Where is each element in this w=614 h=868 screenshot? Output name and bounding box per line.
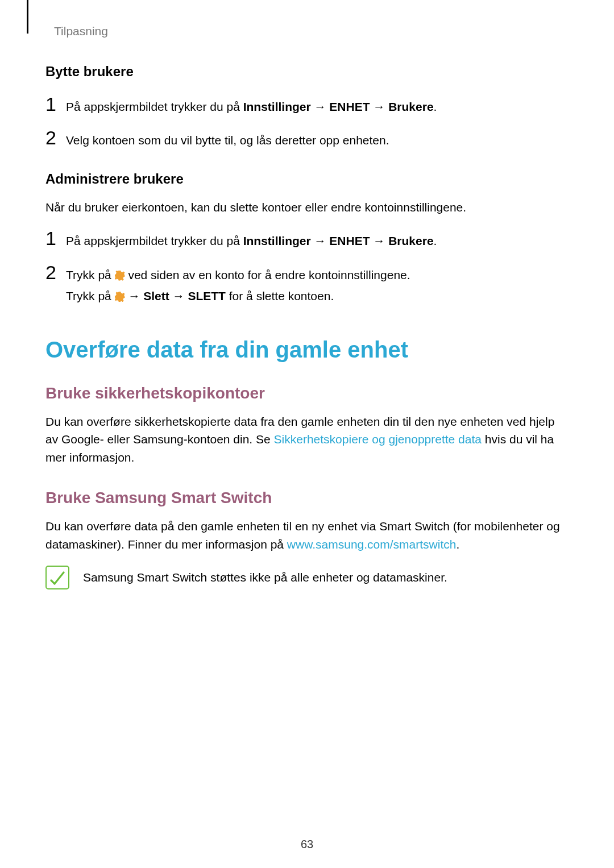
text: Trykk på — [66, 268, 115, 281]
step-1-1: 1 På appskjermbildet trykker du på Innst… — [45, 94, 569, 115]
page-content: Tilpasning Bytte brukere 1 På appskjermb… — [0, 0, 614, 589]
step-number: 1 — [45, 94, 59, 114]
bold-text: Innstillinger — [243, 100, 311, 113]
bold-text: ENHET — [329, 234, 370, 247]
step-number: 2 — [45, 128, 59, 147]
bold-text: ENHET — [329, 100, 370, 113]
step-text: Trykk på ved siden av en konto for å end… — [66, 267, 410, 305]
page-number: 63 — [0, 838, 614, 851]
admin-intro: Når du bruker eierkontoen, kan du slette… — [45, 198, 569, 217]
arrow: → — [311, 100, 330, 113]
step-number: 1 — [45, 229, 59, 248]
arrow: → — [370, 234, 389, 247]
text: Trykk på — [66, 289, 115, 302]
text: ved siden av en konto for å endre kontoi… — [125, 268, 410, 281]
gear-icon — [115, 292, 125, 302]
bold-text: SLETT — [188, 289, 226, 302]
step-2-2: 2 Trykk på ved siden av en konto for å e… — [45, 263, 569, 305]
arrow: → — [169, 289, 188, 302]
arrow: → — [125, 289, 144, 302]
bold-text: Brukere — [388, 100, 433, 113]
heading-bytte-brukere: Bytte brukere — [45, 64, 569, 80]
step-2-1: 1 På appskjermbildet trykker du på Innst… — [45, 229, 569, 250]
text: . — [456, 538, 459, 551]
sect-b-paragraph: Du kan overføre data på den gamle enhete… — [45, 517, 569, 553]
note-row: Samsung Smart Switch støttes ikke på all… — [45, 566, 569, 589]
gear-icon — [115, 271, 125, 281]
arrow: → — [311, 234, 330, 247]
link-backup-restore[interactable]: Sikkerhetskopiere og gjenopprette data — [274, 433, 482, 446]
note-icon — [45, 566, 69, 589]
bold-text: Brukere — [388, 234, 433, 247]
text: På appskjermbildet trykker du på — [66, 100, 243, 113]
sect-a-paragraph: Du kan overføre sikkerhetskopierte data … — [45, 413, 569, 467]
step-text: Velg kontoen som du vil bytte til, og lå… — [66, 132, 389, 149]
bold-text: Innstillinger — [243, 234, 311, 247]
text: . — [434, 234, 437, 247]
bold-text: Slett — [143, 289, 169, 302]
text: På appskjermbildet trykker du på — [66, 234, 243, 247]
note-text: Samsung Smart Switch støttes ikke på all… — [83, 571, 447, 584]
step-text: På appskjermbildet trykker du på Innstil… — [66, 98, 437, 115]
heading-administrere-brukere: Administrere brukere — [45, 171, 569, 187]
step-text: På appskjermbildet trykker du på Innstil… — [66, 232, 437, 250]
link-smartswitch[interactable]: www.samsung.com/smartswitch — [287, 538, 457, 551]
heading-bruke-smart-switch: Bruke Samsung Smart Switch — [45, 489, 569, 507]
text: for å slette kontoen. — [226, 289, 334, 302]
arrow: → — [370, 100, 389, 113]
heading-bruke-sikkerhetskopikontoer: Bruke sikkerhetskopikontoer — [45, 384, 569, 402]
text: . — [434, 100, 437, 113]
step-number: 2 — [45, 263, 59, 282]
step-1-2: 2 Velg kontoen som du vil bytte til, og … — [45, 128, 569, 149]
breadcrumb: Tilpasning — [54, 24, 569, 38]
heading-overfore-data: Overføre data fra din gamle enhet — [45, 337, 569, 363]
